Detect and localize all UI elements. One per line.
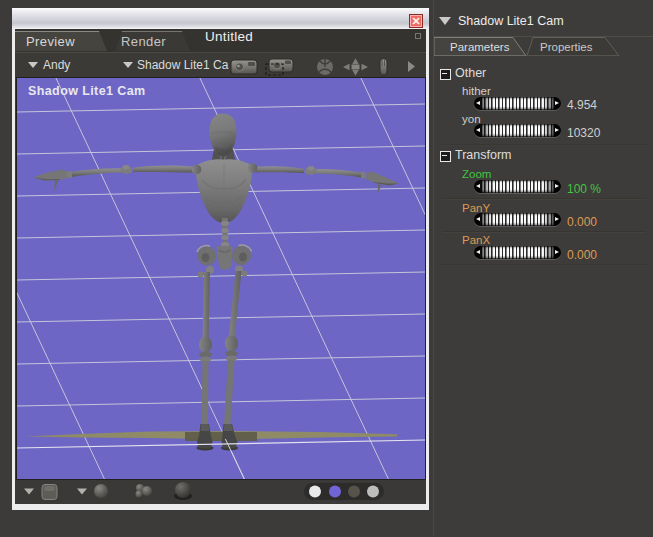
svg-text:Properties: Properties	[540, 41, 593, 53]
svg-text:Parameters: Parameters	[450, 41, 510, 53]
